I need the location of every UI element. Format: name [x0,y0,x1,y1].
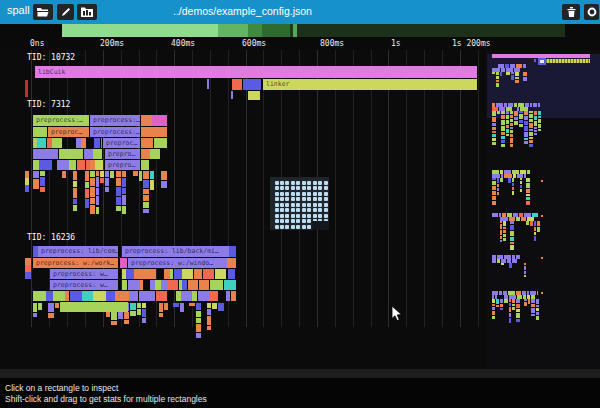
flame-rect[interactable] [324,181,328,185]
minimap-flame-rect[interactable] [492,299,495,303]
minimap-flame-rect[interactable] [538,124,541,128]
flame-rect[interactable] [280,214,284,218]
flame-rect[interactable] [210,280,223,290]
flame-rect[interactable] [143,180,149,188]
flame-rect[interactable] [302,197,306,201]
flame-rect[interactable] [33,149,44,159]
flame-rect[interactable] [69,160,76,170]
minimap-flame-rect[interactable] [531,304,534,307]
flame-rect[interactable] [196,324,201,332]
flame-rect[interactable] [116,206,122,211]
minimap-flame-rect[interactable] [514,111,518,116]
minimap-flame-rect[interactable] [512,259,517,263]
flame-rect[interactable] [313,208,317,212]
minimap-flame-rect[interactable] [528,299,531,304]
flame-rect[interactable] [155,280,162,290]
flame-rect[interactable] [296,181,300,185]
minimap-flame-rect[interactable] [516,319,520,322]
minimap-flame-rect[interactable] [519,111,523,113]
flame-rect[interactable] [280,197,284,201]
minimap-flame-rect[interactable] [501,144,505,147]
flame-rect[interactable] [46,291,52,301]
minimap-flame-rect[interactable] [511,75,515,79]
flame-rect[interactable] [161,181,167,188]
minimap-flame-rect[interactable] [492,123,496,127]
flame-rect[interactable] [85,171,90,181]
minimap-flame-rect[interactable] [501,132,505,136]
flame-rect-preprocess-w[interactable]: preprocess: w… [50,280,118,290]
minimap-flame-rect[interactable] [511,72,515,74]
minimap-flame-rect[interactable] [512,187,514,190]
flame-rect[interactable] [296,208,300,212]
minimap-flame-rect[interactable] [500,72,502,76]
flame-rect[interactable] [275,192,279,196]
flame-rect[interactable] [313,192,317,196]
minimap-flame-rect[interactable] [503,234,506,237]
flame-rect[interactable] [137,303,141,308]
minimap-flame-rect[interactable] [506,111,510,114]
flame-rect[interactable] [296,186,300,190]
flame-rect[interactable] [285,192,289,196]
flame-rect[interactable] [142,309,147,316]
tiny-events-cluster[interactable] [270,177,329,230]
flame-rect[interactable] [285,203,289,207]
flame-rect[interactable] [280,181,284,185]
flame-rect[interactable] [207,326,212,330]
flame-rect[interactable] [196,311,201,317]
flame-rect[interactable] [192,291,196,301]
flame-rect[interactable] [324,208,328,212]
flame-rect[interactable] [228,269,236,279]
minimap-flame-rect[interactable] [508,178,510,183]
flame-rect[interactable] [96,207,99,215]
flame-rect[interactable] [129,291,138,301]
flame-rect[interactable] [182,269,193,279]
minimap-flame-rect[interactable] [503,221,506,226]
minimap-flame-rect[interactable] [534,127,538,129]
flame-rect[interactable] [147,269,156,279]
flame-rect[interactable] [143,202,149,208]
flame-rect[interactable] [73,171,77,180]
minimap-flame-rect[interactable] [503,230,506,233]
flame-rect[interactable] [150,171,154,179]
minimap-flame-rect[interactable] [509,307,511,312]
flame-rect[interactable] [96,188,99,195]
minimap-flame-rect[interactable] [530,103,532,107]
flame-rect[interactable] [44,149,58,159]
minimap-flame-rect[interactable] [510,245,513,250]
minimap-flame-rect[interactable] [538,119,541,123]
flame-rect[interactable] [141,160,149,170]
flame-rect[interactable] [144,291,155,301]
flame-rect[interactable] [307,214,311,218]
flame-rect[interactable] [324,186,328,190]
flame-rect-linker[interactable]: linker [263,79,477,90]
flame-rect[interactable] [139,171,143,181]
minimap-flame-rect[interactable] [536,312,540,315]
minimap-flame-rect[interactable] [512,178,514,182]
minimap-flame-rect[interactable] [500,240,502,243]
minimap-flame-rect[interactable] [531,299,534,303]
flame-rect-preprocess[interactable]: preprocess:… [90,115,140,126]
flame-rect[interactable] [324,203,328,207]
minimap-flame-rect[interactable] [492,307,495,310]
minimap-flame-rect[interactable] [537,291,538,295]
flame-rect-prepro[interactable]: prepro… [105,149,140,159]
overview-segment[interactable] [262,24,290,37]
flame-rect[interactable] [143,189,149,194]
minimap-flame-rect[interactable] [533,103,537,107]
flame-rect[interactable] [285,197,289,201]
flame-rect[interactable] [106,312,110,317]
flame-rect[interactable] [296,219,300,223]
minimap-flame-rect[interactable] [527,170,530,174]
flame-rect[interactable] [207,79,209,89]
flame-rect[interactable] [96,171,99,176]
flame-rect[interactable] [90,205,95,214]
activity-overview-strip[interactable] [0,24,600,37]
minimap-flame-rect[interactable] [506,134,510,136]
minimap-flame-rect[interactable] [537,227,540,232]
flame-rect[interactable] [227,258,236,268]
flame-rect[interactable] [100,178,104,183]
settings-button[interactable] [584,4,599,20]
flame-rect[interactable] [152,115,167,126]
flame-rect[interactable] [302,192,306,196]
minimap-flame-rect[interactable] [500,230,502,235]
